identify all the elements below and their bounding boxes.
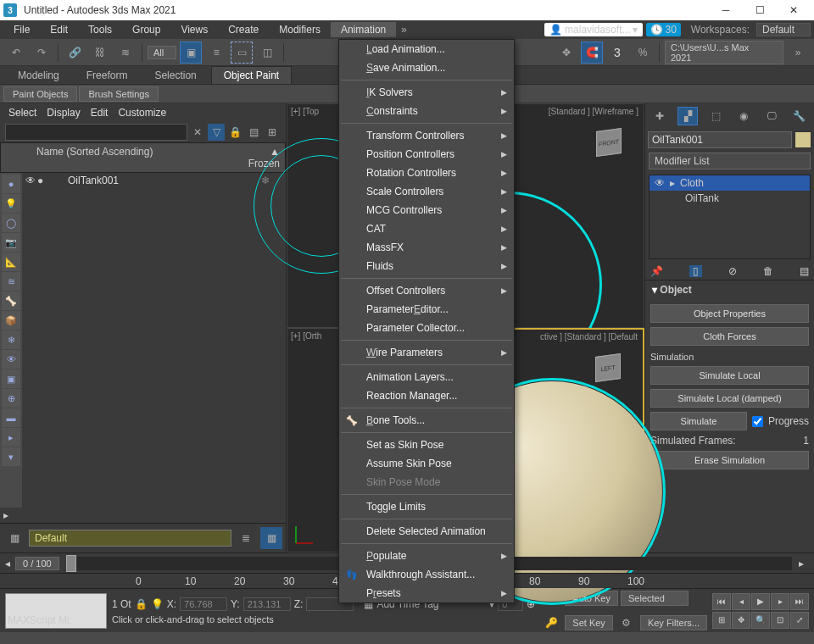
menu-item[interactable]: Animation Layers... (339, 368, 514, 386)
maximize-button[interactable]: ☐ (743, 0, 777, 20)
menu-edit[interactable]: Edit (40, 22, 78, 37)
layer-add-icon[interactable]: ▦ (260, 527, 282, 549)
visibility-icon[interactable]: 👁 (25, 175, 36, 186)
setb-container-icon[interactable]: 📦 (2, 311, 20, 330)
setb-bone-icon[interactable]: 🦴 (2, 291, 20, 310)
layer-icon[interactable]: ≣ (235, 527, 257, 549)
clear-search-button[interactable]: ✕ (189, 124, 206, 141)
goto-end-icon[interactable]: ⏭ (790, 593, 809, 610)
brush-settings-button[interactable]: Brush Settings (79, 86, 159, 102)
bind-spacewarp-button[interactable]: ≋ (114, 42, 137, 64)
object-properties-button[interactable]: Object Properties (650, 304, 809, 323)
play-icon[interactable]: ▶ (751, 593, 770, 610)
coord-x-input[interactable] (180, 597, 227, 611)
frame-indicator[interactable]: 0 / 100 (15, 557, 59, 570)
rect-region-button[interactable]: ▭ (231, 42, 253, 64)
nav-4-icon[interactable]: ⊡ (771, 612, 789, 629)
menu-item[interactable]: Toggle Limits (339, 497, 514, 516)
tab-freeform[interactable]: Freeform (74, 66, 141, 84)
motion-tab-icon[interactable]: ◉ (733, 107, 754, 125)
menu-item[interactable]: MCG Controllers▶ (339, 201, 514, 219)
menu-item[interactable]: CAT▶ (339, 219, 514, 238)
menu-item[interactable]: Constraints▶ (339, 102, 514, 120)
list-item[interactable]: 👁● OilTank001 ❄ (22, 173, 286, 188)
undo-button[interactable]: ↶ (5, 42, 27, 64)
menu-tools[interactable]: Tools (78, 22, 122, 37)
menu-item[interactable]: Load Animation... (339, 40, 514, 58)
percent-snap-button[interactable]: % (632, 42, 654, 64)
angle-snap-button[interactable]: 3 (606, 42, 628, 64)
show-end-result-icon[interactable]: ▯ (689, 265, 702, 277)
menu-item[interactable]: Rotation Controllers▶ (339, 164, 514, 182)
menu-item[interactable]: Delete Selected Animation (339, 522, 514, 541)
lock-icon[interactable]: 🔒 (226, 124, 243, 141)
viewcube[interactable]: LEFT (590, 350, 627, 387)
key-config-icon[interactable]: ⚙ (616, 612, 638, 634)
workspaces-dropdown[interactable]: Default (756, 23, 811, 36)
project-path-dropdown[interactable]: C:\Users\U...s Max 2021 (665, 41, 783, 64)
object-color-swatch[interactable] (794, 131, 811, 148)
toolbar-overflow-button[interactable]: » (787, 42, 809, 64)
layer-dropdown[interactable]: Default (29, 530, 231, 547)
menu-item[interactable]: Set as Skin Pose (339, 436, 514, 454)
menu-item[interactable]: MassFX▶ (339, 238, 514, 257)
isolate-icon[interactable]: 💡 (151, 598, 164, 610)
simulate-local-button[interactable]: Simulate Local (650, 366, 809, 385)
simulate-local-damped-button[interactable]: Simulate Local (damped) (650, 389, 809, 408)
eye-icon[interactable]: 👁 (655, 177, 665, 189)
key-filters-selected[interactable]: Selected (621, 591, 689, 606)
nav-2-icon[interactable]: ✥ (732, 612, 750, 629)
keyfilters-button[interactable]: Key Filters... (640, 615, 707, 630)
menu-item[interactable]: Transform Controllers▶ (339, 126, 514, 145)
menu-item[interactable]: Populate▶ (339, 547, 514, 565)
rollout-header[interactable]: ▾ Object (645, 280, 814, 299)
setb-sphere-icon[interactable]: ● (2, 175, 20, 193)
se-menu-customize[interactable]: Customize (118, 107, 166, 119)
menu-file[interactable]: File (3, 22, 40, 37)
tab-object-paint[interactable]: Object Paint (211, 66, 292, 84)
layer-toggle-icon[interactable]: ▦ (3, 527, 25, 549)
menu-group[interactable]: Group (122, 22, 170, 37)
menu-animation[interactable]: Animation (331, 22, 396, 37)
setkey-button[interactable]: Set Key (565, 615, 613, 630)
setb-spacewarp-icon[interactable]: ≋ (2, 272, 20, 291)
menu-item[interactable]: Presets▶ (339, 584, 514, 602)
setb-expand-icon[interactable]: ▸ (2, 428, 20, 447)
display-tab-icon[interactable]: 🖵 (761, 107, 782, 125)
menu-item[interactable]: Position Controllers▶ (339, 145, 514, 164)
key-mode-icon[interactable]: 🔑 (540, 612, 562, 634)
se-menu-edit[interactable]: Edit (91, 107, 109, 119)
cloth-forces-button[interactable]: Cloth Forces (650, 327, 809, 346)
coord-y-input[interactable] (243, 597, 291, 611)
setb-helper-icon[interactable]: 📐 (2, 253, 20, 271)
pin-stack-icon[interactable]: 📌 (650, 265, 663, 277)
simulate-button[interactable]: Simulate (650, 412, 747, 430)
selection-filter-dropdown[interactable]: All (148, 46, 176, 59)
filter-button[interactable]: ▽ (208, 124, 225, 141)
se-menu-select[interactable]: Select (8, 107, 36, 119)
select-name-button[interactable]: ≡ (205, 42, 227, 64)
menu-create[interactable]: Create (218, 22, 269, 37)
menu-item[interactable]: 🦴Bone Tools... (339, 411, 514, 430)
setb-hidden-icon[interactable]: 👁 (2, 350, 20, 369)
sort-icon[interactable]: ⊞ (264, 124, 281, 141)
object-name-field[interactable] (648, 131, 792, 148)
se-expand-button[interactable]: ▸ (3, 509, 8, 521)
menu-item[interactable]: Parameter Collector... (339, 319, 514, 337)
nav-5-icon[interactable]: ⤢ (790, 612, 809, 629)
menu-item[interactable]: Wire Parameters▶ (339, 343, 514, 362)
close-button[interactable]: ✕ (777, 0, 811, 20)
setb-shape-icon[interactable]: ◯ (2, 214, 20, 232)
viewcube[interactable]: FRONT (591, 125, 628, 162)
time-slider-thumb[interactable] (66, 555, 76, 572)
timeline-next-icon[interactable]: ▸ (799, 558, 809, 569)
configure-sets-icon[interactable]: ▤ (800, 265, 809, 277)
hierarchy-tab-icon[interactable]: ⬚ (705, 107, 726, 125)
tab-selection[interactable]: Selection (142, 66, 209, 84)
view-mode-icon[interactable]: ▤ (245, 124, 262, 141)
setb-group-icon[interactable]: ▣ (2, 369, 20, 388)
link-button[interactable]: 🔗 (64, 42, 86, 64)
unlink-button[interactable]: ⛓ (89, 42, 111, 64)
paint-objects-button[interactable]: Paint Objects (3, 86, 77, 102)
setb-light-icon[interactable]: 💡 (2, 194, 20, 213)
